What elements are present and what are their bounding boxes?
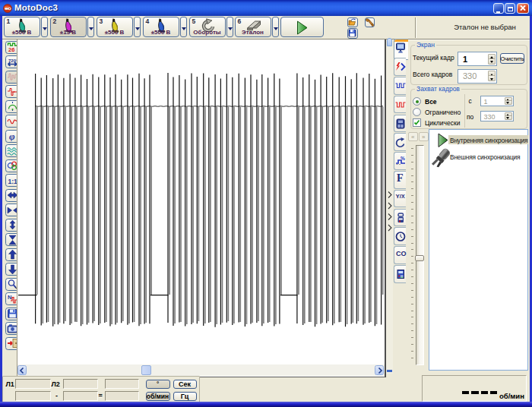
svg-text:N: N	[8, 294, 11, 301]
svg-text:26: 26	[8, 46, 14, 52]
svg-text:φ: φ	[9, 131, 15, 141]
svg-text:%: %	[401, 156, 405, 161]
